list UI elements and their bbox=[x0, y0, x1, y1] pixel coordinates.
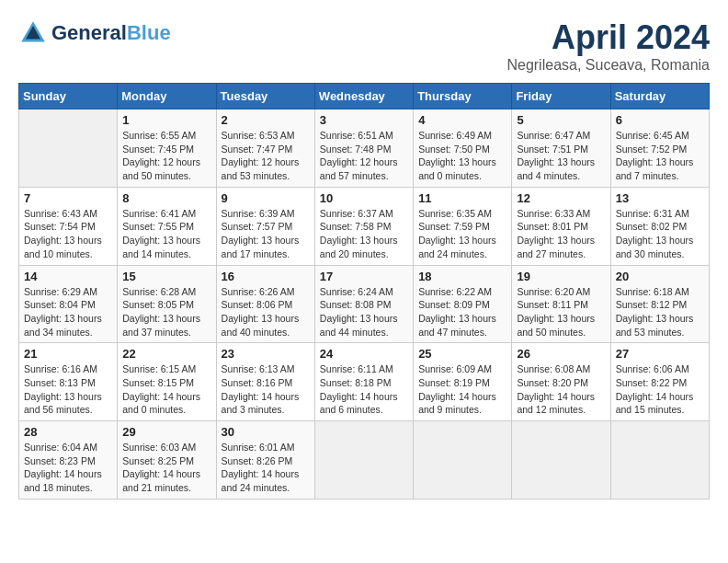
day-info: Sunrise: 6:22 AM Sunset: 8:09 PM Dayligh… bbox=[418, 285, 506, 339]
day-info: Sunrise: 6:15 AM Sunset: 8:15 PM Dayligh… bbox=[122, 362, 210, 417]
calendar-cell: 19Sunrise: 6:20 AM Sunset: 8:11 PM Dayli… bbox=[512, 265, 610, 343]
day-number: 24 bbox=[320, 347, 408, 361]
calendar-cell: 15Sunrise: 6:28 AM Sunset: 8:05 PM Dayli… bbox=[118, 265, 216, 343]
calendar-cell: 27Sunrise: 6:06 AM Sunset: 8:22 PM Dayli… bbox=[610, 343, 709, 421]
day-info: Sunrise: 6:20 AM Sunset: 8:11 PM Dayligh… bbox=[517, 285, 605, 339]
calendar-header: SundayMondayTuesdayWednesdayThursdayFrid… bbox=[19, 84, 710, 109]
calendar-cell: 28Sunrise: 6:04 AM Sunset: 8:23 PM Dayli… bbox=[19, 421, 118, 500]
day-number: 23 bbox=[222, 347, 310, 361]
day-number: 6 bbox=[616, 113, 704, 127]
day-info: Sunrise: 6:51 AM Sunset: 7:48 PM Dayligh… bbox=[320, 129, 408, 183]
day-number: 19 bbox=[517, 270, 605, 283]
day-info: Sunrise: 6:39 AM Sunset: 7:57 PM Dayligh… bbox=[222, 207, 310, 261]
day-info: Sunrise: 6:35 AM Sunset: 7:59 PM Dayligh… bbox=[418, 207, 506, 261]
day-info: Sunrise: 6:04 AM Sunset: 8:23 PM Dayligh… bbox=[24, 441, 112, 495]
day-number: 14 bbox=[24, 270, 112, 283]
calendar-cell bbox=[19, 109, 118, 188]
title-block: April 2024 Negrileasa, Suceava, Romania bbox=[506, 18, 710, 74]
day-info: Sunrise: 6:31 AM Sunset: 8:02 PM Dayligh… bbox=[616, 207, 704, 261]
day-info: Sunrise: 6:37 AM Sunset: 7:58 PM Dayligh… bbox=[320, 207, 408, 261]
calendar-cell bbox=[610, 421, 709, 500]
logo: GeneralBlue bbox=[18, 18, 171, 48]
calendar-week-row: 14Sunrise: 6:29 AM Sunset: 8:04 PM Dayli… bbox=[19, 265, 710, 343]
day-number: 26 bbox=[517, 347, 605, 361]
logo-text: GeneralBlue bbox=[51, 22, 171, 44]
day-info: Sunrise: 6:29 AM Sunset: 8:04 PM Dayligh… bbox=[24, 285, 112, 339]
page-header: GeneralBlue April 2024 Negrileasa, Sucea… bbox=[18, 18, 710, 74]
day-info: Sunrise: 6:16 AM Sunset: 8:13 PM Dayligh… bbox=[24, 362, 112, 417]
calendar-cell: 6Sunrise: 6:45 AM Sunset: 7:52 PM Daylig… bbox=[610, 109, 709, 188]
day-number: 16 bbox=[222, 270, 310, 283]
day-info: Sunrise: 6:13 AM Sunset: 8:16 PM Dayligh… bbox=[222, 362, 310, 417]
day-info: Sunrise: 6:33 AM Sunset: 8:01 PM Dayligh… bbox=[517, 207, 605, 261]
calendar-cell: 25Sunrise: 6:09 AM Sunset: 8:19 PM Dayli… bbox=[414, 343, 512, 421]
calendar-cell: 7Sunrise: 6:43 AM Sunset: 7:54 PM Daylig… bbox=[19, 187, 118, 265]
day-info: Sunrise: 6:45 AM Sunset: 7:52 PM Dayligh… bbox=[616, 129, 704, 183]
day-number: 20 bbox=[616, 270, 704, 283]
day-info: Sunrise: 6:55 AM Sunset: 7:45 PM Dayligh… bbox=[122, 129, 210, 183]
day-info: Sunrise: 6:08 AM Sunset: 8:20 PM Dayligh… bbox=[517, 362, 605, 417]
calendar-cell: 4Sunrise: 6:49 AM Sunset: 7:50 PM Daylig… bbox=[414, 109, 512, 188]
day-number: 5 bbox=[517, 113, 605, 127]
calendar-week-row: 7Sunrise: 6:43 AM Sunset: 7:54 PM Daylig… bbox=[19, 187, 710, 265]
day-info: Sunrise: 6:28 AM Sunset: 8:05 PM Dayligh… bbox=[122, 285, 210, 339]
calendar-cell bbox=[314, 421, 413, 500]
day-number: 10 bbox=[320, 191, 408, 205]
weekday-header: Monday bbox=[118, 84, 216, 109]
day-number: 30 bbox=[222, 425, 310, 439]
calendar-cell: 24Sunrise: 6:11 AM Sunset: 8:18 PM Dayli… bbox=[314, 343, 413, 421]
day-info: Sunrise: 6:47 AM Sunset: 7:51 PM Dayligh… bbox=[517, 129, 605, 183]
calendar-cell: 1Sunrise: 6:55 AM Sunset: 7:45 PM Daylig… bbox=[118, 109, 216, 188]
calendar-cell: 5Sunrise: 6:47 AM Sunset: 7:51 PM Daylig… bbox=[512, 109, 610, 188]
day-number: 29 bbox=[122, 425, 210, 439]
day-number: 8 bbox=[122, 191, 210, 205]
day-info: Sunrise: 6:49 AM Sunset: 7:50 PM Dayligh… bbox=[418, 129, 506, 183]
day-number: 27 bbox=[616, 347, 704, 361]
logo-icon bbox=[18, 18, 48, 48]
calendar-cell: 17Sunrise: 6:24 AM Sunset: 8:08 PM Dayli… bbox=[314, 265, 413, 343]
day-info: Sunrise: 6:03 AM Sunset: 8:25 PM Dayligh… bbox=[122, 441, 210, 495]
calendar-cell: 13Sunrise: 6:31 AM Sunset: 8:02 PM Dayli… bbox=[610, 187, 709, 265]
calendar-cell: 3Sunrise: 6:51 AM Sunset: 7:48 PM Daylig… bbox=[314, 109, 413, 188]
calendar-table: SundayMondayTuesdayWednesdayThursdayFrid… bbox=[18, 83, 710, 500]
day-number: 17 bbox=[320, 270, 408, 283]
calendar-cell: 12Sunrise: 6:33 AM Sunset: 8:01 PM Dayli… bbox=[512, 187, 610, 265]
calendar-cell bbox=[512, 421, 610, 500]
weekday-header: Friday bbox=[512, 84, 610, 109]
day-info: Sunrise: 6:06 AM Sunset: 8:22 PM Dayligh… bbox=[616, 362, 704, 417]
calendar-cell: 30Sunrise: 6:01 AM Sunset: 8:26 PM Dayli… bbox=[216, 421, 314, 500]
day-number: 21 bbox=[24, 347, 112, 361]
day-info: Sunrise: 6:53 AM Sunset: 7:47 PM Dayligh… bbox=[222, 129, 310, 183]
calendar-cell: 2Sunrise: 6:53 AM Sunset: 7:47 PM Daylig… bbox=[216, 109, 314, 188]
day-info: Sunrise: 6:41 AM Sunset: 7:55 PM Dayligh… bbox=[122, 207, 210, 261]
day-number: 11 bbox=[418, 191, 506, 205]
day-info: Sunrise: 6:26 AM Sunset: 8:06 PM Dayligh… bbox=[222, 285, 310, 339]
day-number: 4 bbox=[418, 113, 506, 127]
calendar-cell: 9Sunrise: 6:39 AM Sunset: 7:57 PM Daylig… bbox=[216, 187, 314, 265]
day-number: 3 bbox=[320, 113, 408, 127]
day-info: Sunrise: 6:11 AM Sunset: 8:18 PM Dayligh… bbox=[320, 362, 408, 417]
calendar-cell: 8Sunrise: 6:41 AM Sunset: 7:55 PM Daylig… bbox=[118, 187, 216, 265]
weekday-header: Saturday bbox=[610, 84, 709, 109]
calendar-week-row: 1Sunrise: 6:55 AM Sunset: 7:45 PM Daylig… bbox=[19, 109, 710, 188]
day-info: Sunrise: 6:24 AM Sunset: 8:08 PM Dayligh… bbox=[320, 285, 408, 339]
weekday-header: Sunday bbox=[19, 84, 118, 109]
month-title: April 2024 bbox=[506, 18, 710, 57]
day-info: Sunrise: 6:43 AM Sunset: 7:54 PM Dayligh… bbox=[24, 207, 112, 261]
day-info: Sunrise: 6:01 AM Sunset: 8:26 PM Dayligh… bbox=[222, 441, 310, 495]
calendar-body: 1Sunrise: 6:55 AM Sunset: 7:45 PM Daylig… bbox=[19, 109, 710, 500]
day-number: 25 bbox=[418, 347, 506, 361]
day-number: 13 bbox=[616, 191, 704, 205]
day-number: 18 bbox=[418, 270, 506, 283]
weekday-header: Thursday bbox=[414, 84, 512, 109]
day-number: 2 bbox=[222, 113, 310, 127]
day-info: Sunrise: 6:18 AM Sunset: 8:12 PM Dayligh… bbox=[616, 285, 704, 339]
calendar-cell: 22Sunrise: 6:15 AM Sunset: 8:15 PM Dayli… bbox=[118, 343, 216, 421]
calendar-cell bbox=[414, 421, 512, 500]
location-subtitle: Negrileasa, Suceava, Romania bbox=[506, 57, 710, 74]
calendar-cell: 16Sunrise: 6:26 AM Sunset: 8:06 PM Dayli… bbox=[216, 265, 314, 343]
day-number: 15 bbox=[122, 270, 210, 283]
calendar-week-row: 21Sunrise: 6:16 AM Sunset: 8:13 PM Dayli… bbox=[19, 343, 710, 421]
calendar-cell: 18Sunrise: 6:22 AM Sunset: 8:09 PM Dayli… bbox=[414, 265, 512, 343]
day-number: 9 bbox=[222, 191, 310, 205]
